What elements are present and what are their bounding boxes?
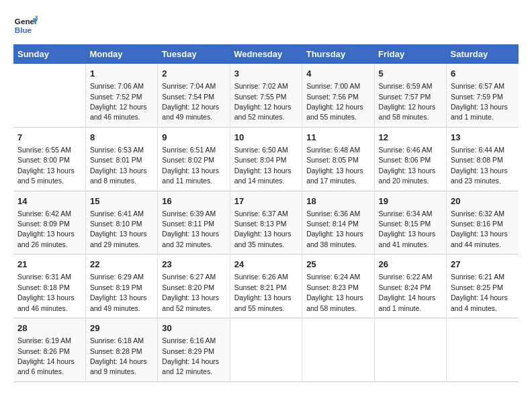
day-cell: 21Sunrise: 6:31 AM Sunset: 8:18 PM Dayli… — [13, 255, 85, 318]
day-info: Sunrise: 7:00 AM Sunset: 7:56 PM Dayligh… — [306, 82, 363, 121]
day-info: Sunrise: 6:39 AM Sunset: 8:11 PM Dayligh… — [162, 210, 219, 248]
day-number: 20 — [451, 195, 515, 208]
day-cell: 18Sunrise: 6:36 AM Sunset: 8:14 PM Dayli… — [302, 191, 374, 255]
day-info: Sunrise: 6:31 AM Sunset: 8:18 PM Dayligh… — [17, 273, 75, 312]
day-info: Sunrise: 6:16 AM Sunset: 8:29 PM Dayligh… — [162, 336, 219, 375]
week-row-4: 21Sunrise: 6:31 AM Sunset: 8:18 PM Dayli… — [13, 255, 519, 318]
day-number: 2 — [162, 68, 225, 80]
day-info: Sunrise: 6:19 AM Sunset: 8:26 PM Dayligh… — [17, 336, 75, 375]
col-header-tuesday: Tuesday — [158, 44, 230, 64]
day-number: 24 — [234, 259, 298, 271]
svg-text:Blue: Blue — [15, 26, 32, 34]
day-cell: 20Sunrise: 6:32 AM Sunset: 8:16 PM Dayli… — [447, 191, 519, 255]
logo: General Blue — [13, 13, 40, 38]
day-info: Sunrise: 6:37 AM Sunset: 8:13 PM Dayligh… — [234, 210, 292, 248]
col-header-wednesday: Wednesday — [230, 44, 302, 64]
page-header: General Blue — [13, 13, 519, 38]
day-info: Sunrise: 6:50 AM Sunset: 8:04 PM Dayligh… — [234, 146, 292, 185]
week-row-3: 14Sunrise: 6:42 AM Sunset: 8:09 PM Dayli… — [13, 191, 519, 255]
day-cell: 10Sunrise: 6:50 AM Sunset: 8:04 PM Dayli… — [230, 127, 302, 191]
day-number: 9 — [162, 132, 225, 144]
col-header-sunday: Sunday — [13, 44, 85, 64]
day-cell: 29Sunrise: 6:18 AM Sunset: 8:28 PM Dayli… — [85, 318, 157, 382]
calendar-table: SundayMondayTuesdayWednesdayThursdayFrid… — [13, 44, 519, 382]
day-cell: 13Sunrise: 6:44 AM Sunset: 8:08 PM Dayli… — [447, 127, 519, 191]
day-number: 10 — [234, 132, 298, 144]
day-info: Sunrise: 6:36 AM Sunset: 8:14 PM Dayligh… — [306, 210, 363, 248]
day-info: Sunrise: 6:51 AM Sunset: 8:02 PM Dayligh… — [162, 146, 219, 185]
day-info: Sunrise: 6:29 AM Sunset: 8:19 PM Dayligh… — [90, 273, 147, 312]
day-cell: 11Sunrise: 6:48 AM Sunset: 8:05 PM Dayli… — [302, 127, 374, 191]
day-info: Sunrise: 6:34 AM Sunset: 8:15 PM Dayligh… — [379, 210, 436, 248]
week-row-2: 7Sunrise: 6:55 AM Sunset: 8:00 PM Daylig… — [13, 127, 519, 191]
day-cell: 4Sunrise: 7:00 AM Sunset: 7:56 PM Daylig… — [302, 64, 374, 127]
logo-icon: General Blue — [13, 13, 38, 38]
day-number: 18 — [306, 195, 369, 208]
day-number: 25 — [306, 259, 369, 271]
day-info: Sunrise: 6:22 AM Sunset: 8:24 PM Dayligh… — [379, 273, 436, 312]
day-cell: 12Sunrise: 6:46 AM Sunset: 8:06 PM Dayli… — [374, 127, 446, 191]
day-cell: 6Sunrise: 6:57 AM Sunset: 7:59 PM Daylig… — [447, 64, 519, 127]
day-cell: 1Sunrise: 7:06 AM Sunset: 7:52 PM Daylig… — [85, 64, 157, 127]
day-info: Sunrise: 6:32 AM Sunset: 8:16 PM Dayligh… — [451, 210, 508, 248]
day-number: 11 — [306, 132, 369, 144]
day-info: Sunrise: 6:18 AM Sunset: 8:28 PM Dayligh… — [90, 336, 147, 375]
day-info: Sunrise: 6:48 AM Sunset: 8:05 PM Dayligh… — [306, 146, 363, 185]
day-cell — [447, 318, 519, 382]
day-cell: 27Sunrise: 6:21 AM Sunset: 8:25 PM Dayli… — [447, 255, 519, 318]
day-number: 4 — [306, 68, 369, 80]
day-number: 7 — [17, 132, 81, 144]
day-number: 6 — [451, 68, 515, 80]
day-number: 5 — [379, 68, 442, 80]
day-info: Sunrise: 6:53 AM Sunset: 8:01 PM Dayligh… — [90, 146, 147, 185]
day-cell: 3Sunrise: 7:02 AM Sunset: 7:55 PM Daylig… — [230, 64, 302, 127]
day-info: Sunrise: 6:55 AM Sunset: 8:00 PM Dayligh… — [17, 146, 75, 185]
day-info: Sunrise: 6:59 AM Sunset: 7:57 PM Dayligh… — [379, 82, 436, 121]
day-number: 16 — [162, 195, 225, 208]
day-number: 22 — [90, 259, 153, 271]
day-info: Sunrise: 6:46 AM Sunset: 8:06 PM Dayligh… — [379, 146, 436, 185]
day-cell: 14Sunrise: 6:42 AM Sunset: 8:09 PM Dayli… — [13, 191, 85, 255]
day-info: Sunrise: 6:24 AM Sunset: 8:23 PM Dayligh… — [306, 273, 363, 312]
day-cell — [302, 318, 374, 382]
day-cell: 2Sunrise: 7:04 AM Sunset: 7:54 PM Daylig… — [158, 64, 230, 127]
day-number: 19 — [379, 195, 442, 208]
day-number: 28 — [17, 322, 81, 334]
day-cell: 16Sunrise: 6:39 AM Sunset: 8:11 PM Dayli… — [158, 191, 230, 255]
day-number: 1 — [90, 68, 153, 80]
day-number: 27 — [451, 259, 515, 271]
day-number: 30 — [162, 322, 225, 334]
day-number: 26 — [379, 259, 442, 271]
day-info: Sunrise: 6:41 AM Sunset: 8:10 PM Dayligh… — [90, 210, 147, 248]
day-cell — [13, 64, 85, 127]
day-cell: 28Sunrise: 6:19 AM Sunset: 8:26 PM Dayli… — [13, 318, 85, 382]
day-number: 29 — [90, 322, 153, 334]
day-info: Sunrise: 6:42 AM Sunset: 8:09 PM Dayligh… — [17, 210, 75, 248]
day-info: Sunrise: 6:44 AM Sunset: 8:08 PM Dayligh… — [451, 146, 508, 185]
day-number: 13 — [451, 132, 515, 144]
day-info: Sunrise: 7:06 AM Sunset: 7:52 PM Dayligh… — [90, 82, 147, 121]
day-cell — [230, 318, 302, 382]
col-header-friday: Friday — [374, 44, 446, 64]
day-cell: 15Sunrise: 6:41 AM Sunset: 8:10 PM Dayli… — [85, 191, 157, 255]
day-cell: 22Sunrise: 6:29 AM Sunset: 8:19 PM Dayli… — [85, 255, 157, 318]
day-number: 3 — [234, 68, 298, 80]
col-header-saturday: Saturday — [447, 44, 519, 64]
day-number: 23 — [162, 259, 225, 271]
day-cell: 30Sunrise: 6:16 AM Sunset: 8:29 PM Dayli… — [158, 318, 230, 382]
day-info: Sunrise: 6:21 AM Sunset: 8:25 PM Dayligh… — [451, 273, 508, 312]
day-info: Sunrise: 6:57 AM Sunset: 7:59 PM Dayligh… — [451, 82, 508, 121]
day-cell — [374, 318, 446, 382]
day-info: Sunrise: 6:26 AM Sunset: 8:21 PM Dayligh… — [234, 273, 292, 312]
day-cell: 7Sunrise: 6:55 AM Sunset: 8:00 PM Daylig… — [13, 127, 85, 191]
day-cell: 17Sunrise: 6:37 AM Sunset: 8:13 PM Dayli… — [230, 191, 302, 255]
day-number: 12 — [379, 132, 442, 144]
day-cell: 23Sunrise: 6:27 AM Sunset: 8:20 PM Dayli… — [158, 255, 230, 318]
week-row-1: 1Sunrise: 7:06 AM Sunset: 7:52 PM Daylig… — [13, 64, 519, 127]
day-number: 17 — [234, 195, 298, 208]
day-number: 21 — [17, 259, 81, 271]
day-number: 8 — [90, 132, 153, 144]
day-cell: 26Sunrise: 6:22 AM Sunset: 8:24 PM Dayli… — [374, 255, 446, 318]
col-header-thursday: Thursday — [302, 44, 374, 64]
day-info: Sunrise: 7:04 AM Sunset: 7:54 PM Dayligh… — [162, 82, 219, 121]
